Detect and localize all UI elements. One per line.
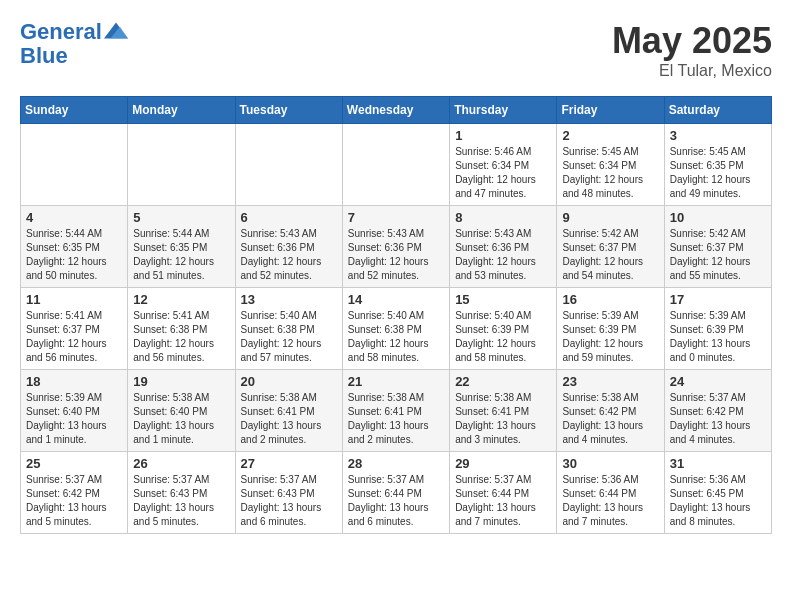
- weekday-header-monday: Monday: [128, 97, 235, 124]
- empty-cell: [128, 124, 235, 206]
- day-number: 2: [562, 128, 658, 143]
- day-number: 28: [348, 456, 444, 471]
- day-cell-18: 18Sunrise: 5:39 AM Sunset: 6:40 PM Dayli…: [21, 370, 128, 452]
- day-cell-5: 5Sunrise: 5:44 AM Sunset: 6:35 PM Daylig…: [128, 206, 235, 288]
- day-number: 8: [455, 210, 551, 225]
- day-cell-29: 29Sunrise: 5:37 AM Sunset: 6:44 PM Dayli…: [450, 452, 557, 534]
- day-number: 17: [670, 292, 766, 307]
- day-number: 4: [26, 210, 122, 225]
- day-cell-14: 14Sunrise: 5:40 AM Sunset: 6:38 PM Dayli…: [342, 288, 449, 370]
- day-cell-1: 1Sunrise: 5:46 AM Sunset: 6:34 PM Daylig…: [450, 124, 557, 206]
- day-info: Sunrise: 5:45 AM Sunset: 6:34 PM Dayligh…: [562, 145, 658, 201]
- day-info: Sunrise: 5:40 AM Sunset: 6:38 PM Dayligh…: [348, 309, 444, 365]
- day-cell-16: 16Sunrise: 5:39 AM Sunset: 6:39 PM Dayli…: [557, 288, 664, 370]
- day-info: Sunrise: 5:37 AM Sunset: 6:44 PM Dayligh…: [455, 473, 551, 529]
- weekday-header-wednesday: Wednesday: [342, 97, 449, 124]
- week-row-5: 25Sunrise: 5:37 AM Sunset: 6:42 PM Dayli…: [21, 452, 772, 534]
- calendar: SundayMondayTuesdayWednesdayThursdayFrid…: [20, 96, 772, 534]
- day-cell-15: 15Sunrise: 5:40 AM Sunset: 6:39 PM Dayli…: [450, 288, 557, 370]
- day-info: Sunrise: 5:43 AM Sunset: 6:36 PM Dayligh…: [455, 227, 551, 283]
- day-number: 22: [455, 374, 551, 389]
- day-info: Sunrise: 5:42 AM Sunset: 6:37 PM Dayligh…: [562, 227, 658, 283]
- day-info: Sunrise: 5:44 AM Sunset: 6:35 PM Dayligh…: [26, 227, 122, 283]
- day-cell-2: 2Sunrise: 5:45 AM Sunset: 6:34 PM Daylig…: [557, 124, 664, 206]
- day-number: 21: [348, 374, 444, 389]
- day-info: Sunrise: 5:38 AM Sunset: 6:42 PM Dayligh…: [562, 391, 658, 447]
- empty-cell: [342, 124, 449, 206]
- day-info: Sunrise: 5:39 AM Sunset: 6:39 PM Dayligh…: [670, 309, 766, 365]
- day-number: 27: [241, 456, 337, 471]
- day-number: 10: [670, 210, 766, 225]
- day-info: Sunrise: 5:36 AM Sunset: 6:45 PM Dayligh…: [670, 473, 766, 529]
- day-number: 24: [670, 374, 766, 389]
- day-number: 25: [26, 456, 122, 471]
- header: General Blue May 2025 El Tular, Mexico: [20, 20, 772, 80]
- day-info: Sunrise: 5:37 AM Sunset: 6:43 PM Dayligh…: [133, 473, 229, 529]
- day-info: Sunrise: 5:38 AM Sunset: 6:41 PM Dayligh…: [455, 391, 551, 447]
- day-cell-28: 28Sunrise: 5:37 AM Sunset: 6:44 PM Dayli…: [342, 452, 449, 534]
- day-info: Sunrise: 5:40 AM Sunset: 6:39 PM Dayligh…: [455, 309, 551, 365]
- day-cell-9: 9Sunrise: 5:42 AM Sunset: 6:37 PM Daylig…: [557, 206, 664, 288]
- day-cell-27: 27Sunrise: 5:37 AM Sunset: 6:43 PM Dayli…: [235, 452, 342, 534]
- day-cell-6: 6Sunrise: 5:43 AM Sunset: 6:36 PM Daylig…: [235, 206, 342, 288]
- day-number: 6: [241, 210, 337, 225]
- day-cell-10: 10Sunrise: 5:42 AM Sunset: 6:37 PM Dayli…: [664, 206, 771, 288]
- day-info: Sunrise: 5:37 AM Sunset: 6:42 PM Dayligh…: [26, 473, 122, 529]
- location: El Tular, Mexico: [612, 62, 772, 80]
- day-cell-11: 11Sunrise: 5:41 AM Sunset: 6:37 PM Dayli…: [21, 288, 128, 370]
- day-number: 20: [241, 374, 337, 389]
- day-info: Sunrise: 5:36 AM Sunset: 6:44 PM Dayligh…: [562, 473, 658, 529]
- weekday-header-tuesday: Tuesday: [235, 97, 342, 124]
- day-cell-21: 21Sunrise: 5:38 AM Sunset: 6:41 PM Dayli…: [342, 370, 449, 452]
- empty-cell: [21, 124, 128, 206]
- day-number: 3: [670, 128, 766, 143]
- empty-cell: [235, 124, 342, 206]
- day-info: Sunrise: 5:43 AM Sunset: 6:36 PM Dayligh…: [348, 227, 444, 283]
- day-info: Sunrise: 5:44 AM Sunset: 6:35 PM Dayligh…: [133, 227, 229, 283]
- day-number: 19: [133, 374, 229, 389]
- day-number: 29: [455, 456, 551, 471]
- day-number: 5: [133, 210, 229, 225]
- day-cell-8: 8Sunrise: 5:43 AM Sunset: 6:36 PM Daylig…: [450, 206, 557, 288]
- day-info: Sunrise: 5:43 AM Sunset: 6:36 PM Dayligh…: [241, 227, 337, 283]
- day-number: 1: [455, 128, 551, 143]
- weekday-header-thursday: Thursday: [450, 97, 557, 124]
- day-info: Sunrise: 5:46 AM Sunset: 6:34 PM Dayligh…: [455, 145, 551, 201]
- week-row-3: 11Sunrise: 5:41 AM Sunset: 6:37 PM Dayli…: [21, 288, 772, 370]
- day-info: Sunrise: 5:39 AM Sunset: 6:39 PM Dayligh…: [562, 309, 658, 365]
- day-cell-20: 20Sunrise: 5:38 AM Sunset: 6:41 PM Dayli…: [235, 370, 342, 452]
- day-number: 13: [241, 292, 337, 307]
- day-cell-7: 7Sunrise: 5:43 AM Sunset: 6:36 PM Daylig…: [342, 206, 449, 288]
- day-info: Sunrise: 5:37 AM Sunset: 6:43 PM Dayligh…: [241, 473, 337, 529]
- day-info: Sunrise: 5:38 AM Sunset: 6:41 PM Dayligh…: [241, 391, 337, 447]
- day-number: 15: [455, 292, 551, 307]
- week-row-2: 4Sunrise: 5:44 AM Sunset: 6:35 PM Daylig…: [21, 206, 772, 288]
- day-info: Sunrise: 5:38 AM Sunset: 6:40 PM Dayligh…: [133, 391, 229, 447]
- weekday-header-friday: Friday: [557, 97, 664, 124]
- day-number: 7: [348, 210, 444, 225]
- day-info: Sunrise: 5:40 AM Sunset: 6:38 PM Dayligh…: [241, 309, 337, 365]
- day-cell-13: 13Sunrise: 5:40 AM Sunset: 6:38 PM Dayli…: [235, 288, 342, 370]
- day-info: Sunrise: 5:45 AM Sunset: 6:35 PM Dayligh…: [670, 145, 766, 201]
- logo-blue: Blue: [20, 44, 128, 68]
- day-number: 9: [562, 210, 658, 225]
- logo-icon: [104, 22, 128, 42]
- day-cell-23: 23Sunrise: 5:38 AM Sunset: 6:42 PM Dayli…: [557, 370, 664, 452]
- day-cell-31: 31Sunrise: 5:36 AM Sunset: 6:45 PM Dayli…: [664, 452, 771, 534]
- day-cell-12: 12Sunrise: 5:41 AM Sunset: 6:38 PM Dayli…: [128, 288, 235, 370]
- week-row-1: 1Sunrise: 5:46 AM Sunset: 6:34 PM Daylig…: [21, 124, 772, 206]
- day-cell-30: 30Sunrise: 5:36 AM Sunset: 6:44 PM Dayli…: [557, 452, 664, 534]
- day-number: 30: [562, 456, 658, 471]
- day-number: 16: [562, 292, 658, 307]
- day-cell-22: 22Sunrise: 5:38 AM Sunset: 6:41 PM Dayli…: [450, 370, 557, 452]
- title-block: May 2025 El Tular, Mexico: [612, 20, 772, 80]
- week-row-4: 18Sunrise: 5:39 AM Sunset: 6:40 PM Dayli…: [21, 370, 772, 452]
- day-info: Sunrise: 5:37 AM Sunset: 6:42 PM Dayligh…: [670, 391, 766, 447]
- day-cell-25: 25Sunrise: 5:37 AM Sunset: 6:42 PM Dayli…: [21, 452, 128, 534]
- day-cell-3: 3Sunrise: 5:45 AM Sunset: 6:35 PM Daylig…: [664, 124, 771, 206]
- day-number: 12: [133, 292, 229, 307]
- day-number: 11: [26, 292, 122, 307]
- day-cell-4: 4Sunrise: 5:44 AM Sunset: 6:35 PM Daylig…: [21, 206, 128, 288]
- day-number: 23: [562, 374, 658, 389]
- day-info: Sunrise: 5:41 AM Sunset: 6:37 PM Dayligh…: [26, 309, 122, 365]
